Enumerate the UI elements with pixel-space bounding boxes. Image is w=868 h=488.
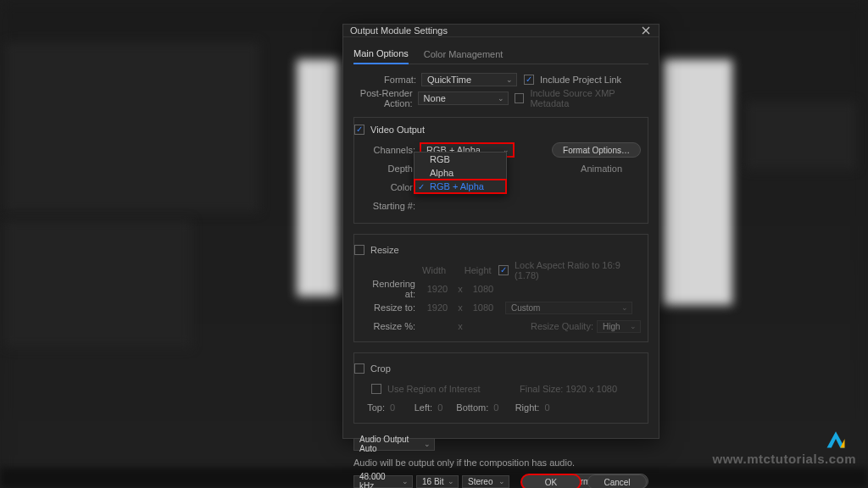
resize-width-header: Width <box>418 265 450 275</box>
checkbox-icon <box>524 75 534 85</box>
audio-rate-select[interactable]: 48.000 kHz ⌄ <box>353 475 413 488</box>
bg-panel <box>297 59 339 297</box>
starting-num-label: Starting #: <box>361 201 420 211</box>
resize-pct-label: Resize %: <box>361 321 420 331</box>
chevron-down-icon: ⌄ <box>424 440 431 448</box>
include-xmp-label: Include Source XMP Metadata <box>530 88 648 108</box>
color-label: Color: <box>361 182 420 192</box>
format-row: Format: QuickTime ⌄ Include Project Link <box>353 71 648 88</box>
format-select-value: QuickTime <box>427 75 471 85</box>
ok-button[interactable]: OK <box>521 474 581 488</box>
output-module-settings-dialog: Output Module Settings Main Options Colo… <box>342 24 659 439</box>
checkbox-icon <box>371 384 381 394</box>
resize-w: 1920 <box>420 302 454 313</box>
dialog-body: Main Options Color Management Format: Qu… <box>343 37 659 488</box>
chevron-down-icon: ⌄ <box>498 477 505 485</box>
crop-right-val: 0 <box>544 402 549 413</box>
crop-checkbox[interactable]: Crop <box>354 363 391 374</box>
close-icon[interactable] <box>640 25 652 36</box>
tab-color-management[interactable]: Color Management <box>424 49 504 64</box>
post-render-select[interactable]: None ⌄ <box>418 92 509 105</box>
post-render-select-value: None <box>424 93 446 103</box>
codec-name: Animation <box>581 164 622 174</box>
final-size-label: Final Size: 1920 x 1080 <box>520 384 617 394</box>
video-output-checkbox[interactable]: Video Output <box>354 125 425 135</box>
video-format-options-button[interactable]: Format Options… <box>552 142 641 158</box>
channels-option-rgb[interactable]: RGB <box>415 152 506 166</box>
audio-output-mode-select[interactable]: Audio Output Auto ⌄ <box>353 438 435 451</box>
bg-panel <box>746 102 856 169</box>
bg-panel <box>5 220 192 347</box>
render-w: 1920 <box>420 284 454 294</box>
use-roi-label: Use Region of Interest <box>387 384 480 394</box>
lock-aspect-label: Lock Aspect Ratio to 16:9 (1.78) <box>515 260 641 280</box>
resize-label: Resize <box>370 245 399 255</box>
include-project-link-checkbox[interactable]: Include Project Link <box>524 75 621 85</box>
channels-dropdown: RGB Alpha ✓ RGB + Alpha <box>414 152 507 194</box>
dialog-title: Output Module Settings <box>350 25 448 36</box>
post-render-label: Post-Render Action: <box>353 88 418 108</box>
audio-note: Audio will be output only if the composi… <box>353 458 575 468</box>
cancel-button[interactable]: Cancel <box>587 474 647 488</box>
crop-top-label: Top: <box>361 402 390 413</box>
channels-label: Channels: <box>361 145 420 155</box>
resize-to-label: Resize to: <box>361 302 420 313</box>
include-xmp-checkbox[interactable]: Include Source XMP Metadata <box>515 88 648 108</box>
check-icon: ✓ <box>418 182 425 191</box>
post-render-row: Post-Render Action: None ⌄ Include Sourc… <box>353 90 648 107</box>
tab-main-options[interactable]: Main Options <box>353 48 409 64</box>
watermark-text: www.mtctutorials.com <box>713 452 856 466</box>
format-options-label: Format Options… <box>563 146 630 155</box>
checkbox-icon <box>354 363 364 374</box>
lock-aspect-checkbox: Lock Aspect Ratio to 16:9 (1.78) <box>498 260 641 280</box>
chevron-down-icon: ⌄ <box>402 477 409 485</box>
resize-h: 1080 <box>466 302 500 313</box>
format-label: Format: <box>353 75 421 85</box>
depth-label: Depth: <box>361 164 420 174</box>
crop-label: Crop <box>370 363 391 374</box>
checkbox-icon <box>498 265 509 275</box>
rendering-at-label: Rendering at: <box>361 279 420 299</box>
channels-option-rgb-alpha[interactable]: ✓ RGB + Alpha <box>415 180 506 193</box>
tab-bar: Main Options Color Management <box>353 46 648 64</box>
brand-logo-icon <box>824 427 848 451</box>
video-output-label: Video Output <box>370 125 425 135</box>
resize-group: Resize Width Height Lock Aspect Ratio to… <box>353 234 648 342</box>
bg-panel <box>663 59 732 305</box>
resize-preset-select: Custom ⌄ <box>505 302 632 314</box>
channels-option-alpha[interactable]: Alpha <box>415 166 506 180</box>
chevron-down-icon: ⌄ <box>621 303 628 312</box>
chevron-down-icon: ⌄ <box>498 94 504 103</box>
include-project-link-label: Include Project Link <box>540 75 621 85</box>
audio-depth-select[interactable]: 16 Bit ⌄ <box>416 475 459 488</box>
render-h: 1080 <box>466 284 500 294</box>
dialog-titlebar: Output Module Settings <box>343 25 659 37</box>
crop-left-label: Left: <box>395 402 437 413</box>
format-select[interactable]: QuickTime ⌄ <box>421 73 517 86</box>
bg-panel <box>5 42 259 212</box>
resize-quality-select: High ⌄ <box>597 320 641 333</box>
resize-quality-label: Resize Quality: <box>531 321 593 331</box>
video-output-group: Video Output Channels: RGB + Alpha ⌄ For… <box>353 117 648 224</box>
dialog-footer: OK Cancel <box>521 474 647 488</box>
use-roi-checkbox: Use Region of Interest <box>371 384 480 394</box>
chevron-down-icon: ⌄ <box>630 322 637 330</box>
crop-right-label: Right: <box>498 402 544 413</box>
checkbox-icon <box>354 125 364 135</box>
crop-group: Crop Use Region of Interest Final Size: … <box>353 352 648 424</box>
crop-bottom-label: Bottom: <box>442 402 493 413</box>
resize-checkbox[interactable]: Resize <box>354 245 399 255</box>
chevron-down-icon: ⌄ <box>506 75 513 84</box>
checkbox-icon <box>354 245 364 255</box>
chevron-down-icon: ⌄ <box>448 477 454 485</box>
resize-height-header: Height <box>462 265 494 275</box>
audio-channels-select[interactable]: Stereo ⌄ <box>462 475 509 488</box>
checkbox-icon <box>515 93 524 103</box>
